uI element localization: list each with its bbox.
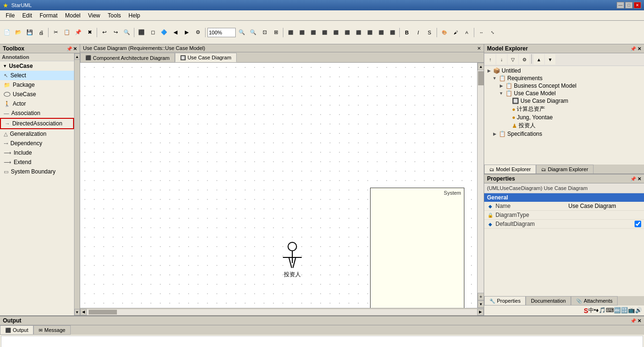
canvas-add-page[interactable]: +	[478, 293, 484, 300]
fit-button[interactable]: ⊡	[259, 27, 270, 38]
menu-help[interactable]: Help	[125, 11, 144, 20]
zoom-input[interactable]	[207, 28, 236, 37]
tool-dependency[interactable]: ⤍ Dependency	[0, 139, 74, 148]
tab-output[interactable]: ⬛ Output	[0, 325, 33, 335]
tb-btn-c[interactable]: 🔷	[159, 27, 169, 38]
canvas-vscroll[interactable]: ▲ + ▼	[477, 63, 484, 308]
tree-requirements[interactable]: ▼ 📋 Requirements	[485, 74, 643, 82]
requirements-expand[interactable]: ▼	[492, 75, 497, 81]
toolbox-pin-icon[interactable]: 📌	[66, 46, 72, 51]
output-pin-icon[interactable]: 📌	[630, 318, 636, 323]
tab-usecase-diagram[interactable]: 🔲 Use Case Diagram	[175, 53, 237, 62]
tree-usecasemodel[interactable]: ▼ 📋 Use Case Model	[485, 90, 643, 97]
tb-btn-b[interactable]: ◻	[148, 27, 158, 38]
diagram-close-icon[interactable]: ✕	[477, 46, 481, 51]
window-controls[interactable]: — □ ✕	[617, 2, 641, 8]
tree-jisuanzhichan[interactable]: ▶ ● 计算总资产	[485, 105, 643, 114]
open-button[interactable]: 📂	[13, 27, 24, 38]
align-btn4[interactable]: ⬛	[319, 27, 330, 38]
route-btn2[interactable]: ⤡	[487, 27, 498, 38]
zoom-page-button[interactable]: ⊞	[271, 27, 281, 38]
tool-association[interactable]: — Association	[0, 108, 74, 118]
menu-file[interactable]: File	[2, 11, 18, 20]
menu-view[interactable]: View	[84, 11, 104, 20]
hscroll-left[interactable]: ◀	[80, 309, 87, 315]
actor-figure[interactable]: 投资人	[283, 242, 302, 279]
toolbox-scroll-down[interactable]: ▼	[74, 309, 80, 315]
tab-diagram-explorer[interactable]: 🗂 Diagram Explorer	[536, 165, 594, 174]
props-pin-icon[interactable]: 📌	[630, 176, 636, 182]
output-controls[interactable]: 📌 ✕	[630, 318, 641, 323]
menu-model[interactable]: Model	[61, 11, 84, 20]
toolbox-scroll-up[interactable]: ▲	[74, 53, 80, 60]
color-btn3[interactable]: A	[462, 27, 472, 38]
align-btn6[interactable]: ⬛	[342, 27, 352, 38]
align-btn1[interactable]: ⬛	[285, 27, 296, 38]
print-button[interactable]: 🖨	[36, 27, 46, 38]
new-button[interactable]: 📄	[2, 27, 12, 38]
tree-jung[interactable]: ▶ ● Jung, Yoontae	[485, 114, 643, 121]
tool-include[interactable]: ⟶ Include	[0, 148, 74, 157]
menu-edit[interactable]: Edit	[18, 11, 36, 20]
close-button[interactable]: ✕	[634, 2, 641, 8]
tool-directedassociation[interactable]: → DirectedAssociation	[0, 118, 74, 129]
delete-button[interactable]: ✖	[84, 27, 95, 38]
undo-button[interactable]: ↩	[99, 27, 109, 38]
cut-button[interactable]: ✂	[50, 27, 61, 38]
color-btn1[interactable]: 🎨	[439, 27, 449, 38]
align-btn7[interactable]: ⬛	[353, 27, 363, 38]
props-header-controls[interactable]: 📌 ✕	[630, 176, 641, 182]
tab-component-diagram[interactable]: ⬛ Component Architecture Diagram	[80, 53, 175, 62]
tool-systemboundary[interactable]: ▭ System Boundary	[0, 167, 74, 176]
zoom-out-button[interactable]: 🔍	[248, 27, 258, 38]
prop-defaultdiagram-checkbox[interactable]	[635, 221, 641, 227]
tb-btn-e[interactable]: ▶	[182, 27, 192, 38]
tab-model-explorer[interactable]: 🗂 Model Explorer	[484, 165, 536, 174]
find-button[interactable]: 🔍	[122, 27, 132, 38]
tab-message[interactable]: ✉ Message	[33, 325, 71, 335]
vscroll-up[interactable]: ▲	[478, 63, 484, 70]
me-settings[interactable]: ⚙	[519, 54, 529, 65]
menu-format[interactable]: Format	[36, 11, 61, 20]
tb-btn-a[interactable]: ⬛	[136, 27, 147, 38]
system-boundary[interactable]: System 计算总资产	[370, 188, 464, 308]
me-sort-asc[interactable]: ↑	[485, 54, 495, 65]
me-sort-desc[interactable]: ↓	[496, 54, 507, 65]
fmt-btn1[interactable]: B	[402, 27, 412, 38]
usecase-group-expand[interactable]: ▼	[3, 64, 7, 68]
vscroll-down[interactable]: ▼	[478, 300, 484, 308]
hscroll-right[interactable]: ▶	[477, 309, 484, 315]
toolbox-close-icon[interactable]: ✕	[73, 46, 77, 51]
align-btn8[interactable]: ⬛	[364, 27, 375, 38]
save-button[interactable]: 💾	[25, 27, 35, 38]
tb-btn-d[interactable]: ◀	[170, 27, 181, 38]
color-btn2[interactable]: 🖌	[450, 27, 461, 38]
tree-investor[interactable]: ▶ ♟ 投资人	[485, 121, 643, 130]
minimize-button[interactable]: —	[617, 2, 624, 8]
zoom-in-button[interactable]: 🔍	[237, 27, 247, 38]
output-close-icon[interactable]: ✕	[637, 318, 641, 323]
maximize-button[interactable]: □	[625, 2, 633, 8]
tool-extend[interactable]: ⟶ Extend	[0, 157, 74, 167]
canvas[interactable]: System 计算总资产	[80, 63, 484, 308]
tree-businessmodel[interactable]: ▶ 📋 Business Concept Model	[485, 82, 643, 90]
me-filter[interactable]: ▽	[508, 54, 518, 65]
me-header-controls[interactable]: 📌 ✕	[630, 46, 641, 51]
tree-untitled[interactable]: ▶ 📦 Untitled	[485, 67, 643, 74]
tree-usecasediagram[interactable]: ▶ 🔲 Use Case Diagram	[485, 97, 643, 105]
fmt-btn3[interactable]: S	[424, 27, 435, 38]
copy-button[interactable]: 📋	[62, 27, 72, 38]
fmt-btn2[interactable]: I	[413, 27, 423, 38]
usecasemodel-expand[interactable]: ▼	[498, 91, 504, 96]
props-close-icon[interactable]: ✕	[637, 176, 641, 182]
me-down[interactable]: ▼	[545, 54, 555, 65]
menu-tools[interactable]: Tools	[104, 11, 125, 20]
tool-actor[interactable]: 🚶 Actor	[0, 99, 74, 108]
redo-button[interactable]: ↪	[110, 27, 121, 38]
align-btn2[interactable]: ⬛	[297, 27, 307, 38]
align-btn9[interactable]: ⬛	[376, 27, 386, 38]
me-up[interactable]: ▲	[534, 54, 544, 65]
tool-package[interactable]: 📁 Package	[0, 80, 74, 90]
paste-button[interactable]: 📌	[73, 27, 83, 38]
me-close-icon[interactable]: ✕	[637, 46, 641, 51]
